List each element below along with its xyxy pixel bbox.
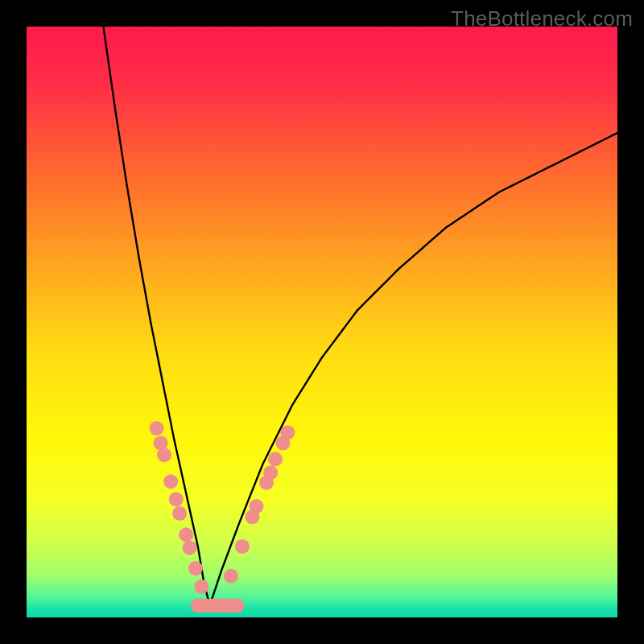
- data-marker: [263, 465, 278, 480]
- data-marker: [268, 452, 283, 466]
- curve-right-branch: [210, 133, 617, 605]
- data-marker: [188, 561, 203, 576]
- data-marker: [157, 448, 171, 462]
- data-marker: [172, 506, 187, 521]
- data-marker: [229, 598, 244, 613]
- bottleneck-curve: [27, 27, 617, 617]
- data-marker: [194, 580, 208, 594]
- data-marker: [183, 540, 197, 555]
- data-marker: [224, 569, 238, 584]
- data-marker: [179, 527, 193, 542]
- data-marker: [235, 539, 250, 554]
- data-marker: [163, 474, 178, 489]
- data-marker: [280, 425, 295, 440]
- data-markers: [149, 421, 295, 613]
- plot-area: [27, 27, 617, 617]
- outer-black-frame: TheBottleneck.com: [0, 0, 644, 644]
- data-marker: [250, 499, 264, 514]
- data-marker: [149, 421, 163, 436]
- data-marker: [169, 492, 184, 506]
- curve-left-branch: [103, 27, 209, 605]
- watermark-text: TheBottleneck.com: [451, 6, 633, 31]
